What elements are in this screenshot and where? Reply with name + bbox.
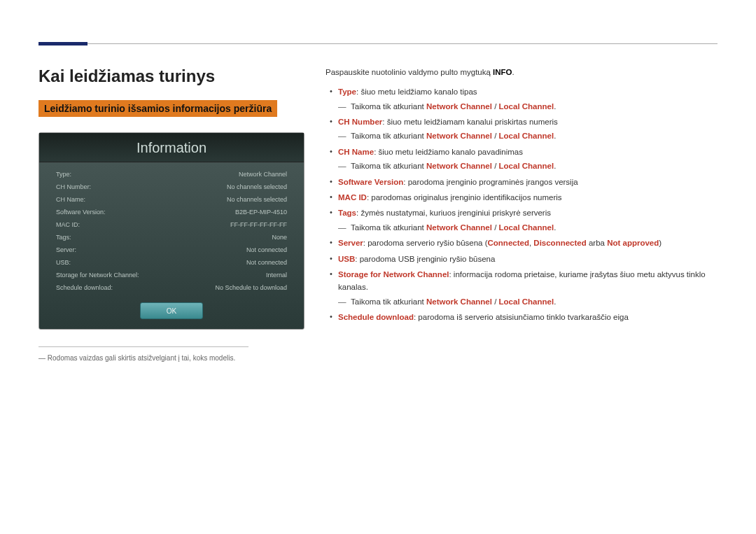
information-panel: Information Type:Network Channel CH Numb…: [38, 132, 304, 330]
info-row: Software Version:B2B-EP-MIP-4510: [56, 206, 287, 218]
list-item: CH Name: šiuo metu leidžiamo kanalo pava…: [326, 146, 718, 173]
list-item: Schedule download: parodoma iš serverio …: [326, 311, 718, 323]
sub-note: Taikoma tik atkuriant Network Channel / …: [338, 295, 718, 308]
info-list: Type: šiuo metu leidžiamo kanalo tipas T…: [326, 85, 718, 323]
info-row: Tags:None: [56, 231, 287, 244]
info-row: MAC ID:FF-FF-FF-FF-FF-FF: [56, 218, 287, 231]
sub-note: Taikoma tik atkuriant Network Channel / …: [338, 221, 718, 234]
info-row: CH Number:No channels selected: [56, 181, 287, 193]
sub-note: Taikoma tik atkuriant Network Channel / …: [338, 160, 718, 172]
list-item: USB: parodoma USB įrenginio ryšio būsena: [326, 253, 718, 265]
list-item: Software Version: parodoma įrenginio pro…: [326, 176, 718, 188]
info-row: Storage for Network Channel:Internal: [56, 269, 287, 281]
list-item: Storage for Network Channel: informacija…: [326, 268, 718, 308]
intro-text: Paspauskite nuotolinio valdymo pulto myg…: [326, 66, 718, 78]
list-item: Tags: žymės nustatymai, kuriuos įrengini…: [326, 206, 718, 234]
list-item: Type: šiuo metu leidžiamo kanalo tipas T…: [326, 85, 718, 113]
info-row: CH Name:No channels selected: [56, 193, 287, 206]
list-item: MAC ID: parodomas originalus įrenginio i…: [326, 191, 718, 204]
list-item: CH Number: šiuo metu leidžiamam kanalui …: [326, 115, 718, 143]
page-title: Kai leidžiamas turinys: [38, 66, 304, 86]
info-row: USB:Not connected: [56, 256, 287, 269]
accent-bar: [38, 42, 88, 45]
ok-button[interactable]: OK: [140, 302, 203, 319]
sub-note: Taikoma tik atkuriant Network Channel / …: [338, 129, 718, 142]
right-column: Paspauskite nuotolinio valdymo pulto myg…: [326, 66, 718, 362]
list-item: Server: parodoma serverio ryšio būsena (…: [326, 237, 718, 249]
info-row: Type:Network Channel: [56, 168, 287, 181]
page-subtitle: Leidžiamo turinio išsamios informacijos …: [38, 100, 277, 117]
info-row: Server:Not connected: [56, 244, 287, 256]
sub-note: Taikoma tik atkuriant Network Channel / …: [338, 100, 718, 113]
footnote: Rodomas vaizdas gali skirtis atsižvelgia…: [38, 354, 304, 362]
left-column: Kai leidžiamas turinys Leidžiamo turinio…: [38, 66, 304, 362]
panel-body: Type:Network Channel CH Number:No channe…: [39, 162, 304, 297]
info-row: Schedule download:No Schedule to downloa…: [56, 281, 287, 294]
panel-title: Information: [39, 133, 304, 162]
